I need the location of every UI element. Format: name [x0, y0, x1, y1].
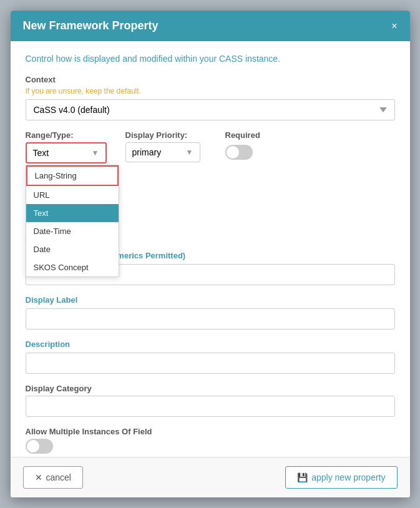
display-category-input[interactable]	[26, 396, 395, 417]
allow-multiple-knob	[27, 440, 39, 452]
modal-dialog: New Framework Property × Control how is …	[11, 11, 410, 497]
dropdown-item-datetime[interactable]: Date-Time	[26, 222, 119, 240]
required-label: Required	[225, 130, 275, 140]
dropdown-item-date[interactable]: Date	[26, 240, 119, 258]
cancel-label: cancel	[46, 472, 71, 482]
modal-body: Control how is displayed and modified wi…	[11, 41, 410, 457]
display-priority-label: Display Priority:	[125, 130, 213, 140]
chevron-down-icon: ▼	[186, 148, 193, 157]
range-type-trigger[interactable]: Text ▼	[26, 142, 107, 164]
cancel-icon: ✕	[35, 472, 42, 482]
display-label-label: Display Label	[26, 295, 395, 305]
range-type-group: Range/Type: Text ▼ Lang-String URL Text …	[26, 130, 113, 164]
dropdown-item-text[interactable]: Text	[26, 204, 119, 222]
display-category-label: Display Category	[26, 384, 395, 393]
display-label-input[interactable]	[26, 308, 395, 330]
range-type-selected: Text	[33, 148, 49, 158]
context-select[interactable]: CaSS v4.0 (default)	[26, 99, 395, 120]
display-label-section: Display Label	[26, 295, 395, 330]
required-toggle[interactable]	[225, 145, 253, 160]
modal-header: New Framework Property ×	[11, 11, 410, 41]
context-label: Context	[26, 75, 395, 84]
range-type-label: Range/Type:	[26, 130, 113, 140]
context-hint: If you are unsure, keep the default.	[26, 87, 395, 95]
dropdown-item-lang-string[interactable]: Lang-String	[26, 165, 119, 186]
display-priority-select[interactable]: primary ▼	[125, 142, 200, 162]
save-icon: 💾	[297, 472, 308, 482]
description-input[interactable]	[26, 353, 395, 374]
cancel-button[interactable]: ✕ cancel	[23, 466, 83, 489]
modal-title: New Framework Property	[23, 19, 159, 32]
toggle-knob	[227, 146, 239, 159]
description-label: Description	[26, 339, 395, 349]
range-display-row: Range/Type: Text ▼ Lang-String URL Text …	[26, 130, 395, 164]
modal-footer: ✕ cancel 💾 apply new property	[11, 457, 410, 497]
display-category-section: Display Category	[26, 384, 395, 417]
apply-button[interactable]: 💾 apply new property	[285, 466, 397, 489]
dropdown-item-url[interactable]: URL	[26, 186, 119, 204]
close-button[interactable]: ×	[391, 21, 397, 31]
allow-multiple-section: Allow Multiple Instances Of Field	[26, 427, 395, 454]
range-type-wrapper: Text ▼ Lang-String URL Text Date-Time Da…	[26, 142, 113, 164]
allow-multiple-label: Allow Multiple Instances Of Field	[26, 427, 395, 436]
range-type-dropdown: Lang-String URL Text Date-Time Date SKOS…	[26, 165, 119, 277]
apply-label: apply new property	[311, 472, 385, 482]
allow-multiple-toggle[interactable]	[26, 439, 53, 454]
chevron-down-icon: ▼	[92, 149, 99, 157]
display-priority-group: Display Priority: primary ▼	[125, 130, 213, 162]
intro-text: Control how is displayed and modified wi…	[26, 54, 395, 64]
description-section: Description	[26, 339, 395, 374]
priority-value: primary	[132, 147, 162, 157]
dropdown-item-skos[interactable]: SKOS Concept	[26, 258, 119, 276]
required-group: Required	[225, 130, 275, 160]
